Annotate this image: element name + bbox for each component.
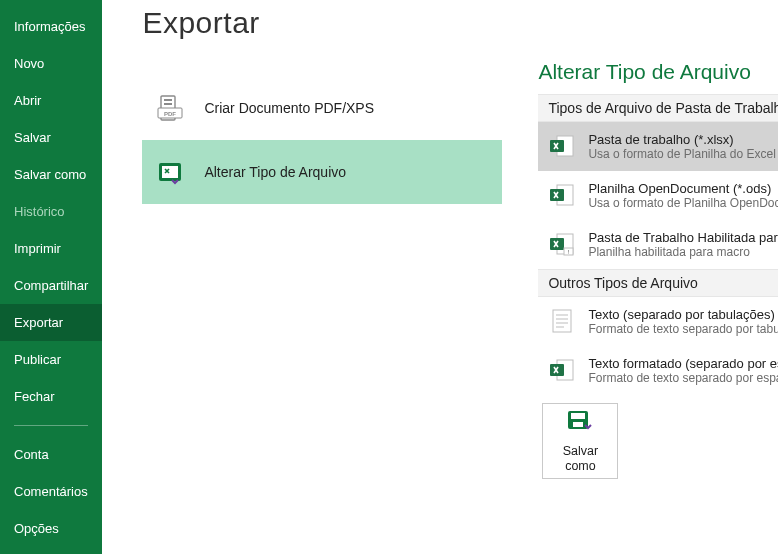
file-type-title: Texto (separado por tabulações) (*.txt) [588, 307, 778, 322]
sidebar-item-history[interactable]: Histórico [0, 193, 102, 230]
sidebar-item-info[interactable]: Informações [0, 8, 102, 45]
section-title: Alterar Tipo de Arquivo [538, 60, 778, 84]
svg-text:PDF: PDF [164, 111, 176, 117]
svg-rect-15 [553, 310, 571, 332]
content-area: Exportar PDF Criar Documento PDF/XPS [102, 0, 778, 554]
export-option-label: Criar Documento PDF/XPS [204, 100, 374, 116]
svg-rect-2 [164, 103, 172, 105]
sidebar-item-label: Novo [14, 56, 44, 71]
file-type-xlsm[interactable]: ! Pasta de Trabalho Habilitada para Macr… [538, 220, 778, 269]
sidebar-item-label: Salvar [14, 130, 51, 145]
sidebar-item-save[interactable]: Salvar [0, 119, 102, 156]
sidebar-item-feedback[interactable]: Comentários [0, 473, 102, 510]
backstage-sidebar: Informações Novo Abrir Salvar Salvar com… [0, 0, 102, 554]
sidebar-item-label: Conta [14, 447, 49, 462]
file-type-title: Pasta de trabalho (*.xlsx) [588, 132, 778, 147]
change-file-type-icon [154, 156, 186, 188]
svg-rect-21 [550, 364, 564, 376]
svg-rect-12 [550, 238, 564, 250]
file-type-desc: Formato de texto separado por tabulações [588, 322, 778, 336]
sidebar-item-publish[interactable]: Publicar [0, 341, 102, 378]
file-type-title: Planilha OpenDocument (*.ods) [588, 181, 778, 196]
save-as-icon [566, 409, 594, 438]
file-type-desc: Formato de texto separado por espaços [588, 371, 778, 385]
sidebar-item-label: Fechar [14, 389, 54, 404]
svg-rect-10 [550, 189, 564, 201]
file-type-txt[interactable]: Texto (separado por tabulações) (*.txt) … [538, 297, 778, 346]
file-type-xlsx[interactable]: Pasta de trabalho (*.xlsx) Usa o formato… [538, 122, 778, 171]
sidebar-item-label: Exportar [14, 315, 63, 330]
prn-icon [548, 356, 576, 384]
file-type-desc: Usa o formato de Planilha do Excel [588, 147, 778, 161]
file-type-title: Pasta de Trabalho Habilitada para Macr..… [588, 230, 778, 245]
export-option-change-file-type[interactable]: Alterar Tipo de Arquivo [142, 140, 502, 204]
ods-icon [548, 181, 576, 209]
sidebar-item-share[interactable]: Compartilhar [0, 267, 102, 304]
sidebar-item-open[interactable]: Abrir [0, 82, 102, 119]
sidebar-item-label: Informações [14, 19, 86, 34]
export-option-pdf-xps[interactable]: PDF Criar Documento PDF/XPS [142, 76, 502, 140]
sidebar-item-label: Opções [14, 521, 59, 536]
svg-rect-23 [571, 413, 585, 419]
sidebar-item-label: Comentários [14, 484, 88, 499]
file-type-desc: Usa o formato de Planilha OpenDocument [588, 196, 778, 210]
export-left-column: Exportar PDF Criar Documento PDF/XPS [142, 0, 502, 554]
sidebar-item-account[interactable]: Conta [0, 436, 102, 473]
svg-rect-8 [550, 140, 564, 152]
export-right-column: Alterar Tipo de Arquivo Tipos de Arquivo… [502, 0, 778, 554]
save-as-button[interactable]: Salvar como [542, 403, 618, 479]
sidebar-item-new[interactable]: Novo [0, 45, 102, 82]
file-type-title: Texto formatado (separado por espaços... [588, 356, 778, 371]
sidebar-divider [14, 425, 88, 426]
sidebar-item-label: Compartilhar [14, 278, 88, 293]
file-type-desc: Planilha habilitada para macro [588, 245, 778, 259]
file-type-prn[interactable]: Texto formatado (separado por espaços...… [538, 346, 778, 395]
export-option-label: Alterar Tipo de Arquivo [204, 164, 346, 180]
txt-icon [548, 307, 576, 335]
xlsx-icon [548, 132, 576, 160]
sidebar-item-label: Publicar [14, 352, 61, 367]
xlsm-icon: ! [548, 230, 576, 258]
svg-rect-24 [573, 422, 583, 427]
sidebar-item-label: Imprimir [14, 241, 61, 256]
page-title: Exportar [142, 6, 502, 40]
file-type-list-workbook: Pasta de trabalho (*.xlsx) Usa o formato… [538, 122, 778, 269]
sidebar-item-save-as[interactable]: Salvar como [0, 156, 102, 193]
save-as-label: Salvar como [557, 444, 603, 475]
sidebar-item-label: Histórico [14, 204, 65, 219]
sidebar-item-label: Salvar como [14, 167, 86, 182]
sidebar-item-close[interactable]: Fechar [0, 378, 102, 415]
sidebar-item-print[interactable]: Imprimir [0, 230, 102, 267]
pdf-xps-icon: PDF [154, 92, 186, 124]
sidebar-item-label: Abrir [14, 93, 41, 108]
subsection-other-types: Outros Tipos de Arquivo [538, 269, 778, 297]
subsection-workbook-types: Tipos de Arquivo de Pasta de Trabalho [538, 94, 778, 122]
svg-rect-6 [162, 166, 178, 178]
svg-rect-1 [164, 99, 172, 101]
sidebar-item-export[interactable]: Exportar [0, 304, 102, 341]
file-type-list-other: Texto (separado por tabulações) (*.txt) … [538, 297, 778, 395]
file-type-ods[interactable]: Planilha OpenDocument (*.ods) Usa o form… [538, 171, 778, 220]
sidebar-item-options[interactable]: Opções [0, 510, 102, 547]
